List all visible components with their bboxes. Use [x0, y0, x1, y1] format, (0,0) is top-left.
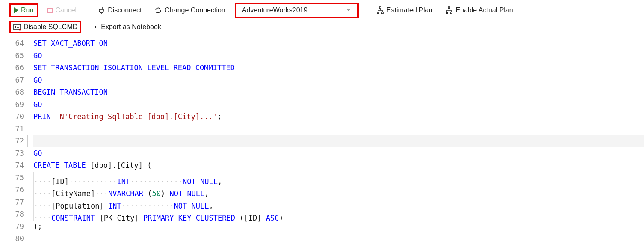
- stop-icon: [47, 8, 53, 13]
- chevron-down-icon: [346, 6, 352, 14]
- change-connection-button[interactable]: Change Connection: [151, 5, 228, 16]
- code-line[interactable]: GO: [33, 50, 644, 62]
- enable-actual-plan-label: Enable Actual Plan: [455, 6, 513, 14]
- svg-rect-3: [448, 7, 450, 9]
- code-line[interactable]: SET XACT_ABORT ON: [33, 37, 644, 50]
- svg-rect-4: [446, 12, 448, 14]
- code-line[interactable]: GO: [33, 147, 644, 160]
- toolbar: Run Cancel Disconnect Change Connection …: [0, 0, 644, 20]
- svg-rect-6: [14, 24, 21, 30]
- enable-actual-plan-button[interactable]: Enable Actual Plan: [442, 5, 516, 16]
- svg-rect-2: [381, 12, 383, 14]
- toolbar-row-2: Disable SQLCMD Export as Notebook: [0, 20, 644, 36]
- disable-sqlcmd-button[interactable]: Disable SQLCMD: [9, 21, 81, 33]
- svg-rect-0: [379, 7, 381, 9]
- refresh-icon: [154, 6, 162, 14]
- code-line[interactable]: [33, 233, 644, 245]
- line-number: 74: [0, 159, 24, 172]
- code-line[interactable]: GO: [33, 74, 644, 87]
- line-number-gutter: 6465666768697071727374757677787980: [0, 37, 33, 245]
- separator: [366, 5, 366, 16]
- line-number: 76: [0, 184, 24, 196]
- code-line[interactable]: );: [33, 221, 644, 233]
- line-number: 73: [0, 147, 24, 160]
- code-line[interactable]: [33, 123, 644, 135]
- line-number: 80: [0, 233, 24, 245]
- line-number: 68: [0, 86, 24, 99]
- line-number: 77: [0, 196, 24, 209]
- run-button[interactable]: Run: [9, 3, 38, 17]
- code-line[interactable]: CREATE TABLE [dbo].[City] (: [33, 159, 644, 172]
- disconnect-label: Disconnect: [108, 6, 142, 14]
- line-number: 78: [0, 208, 24, 221]
- line-number: 75: [0, 172, 24, 184]
- database-selector[interactable]: AdventureWorks2019: [235, 3, 359, 18]
- estimated-plan-button[interactable]: Estimated Plan: [373, 5, 436, 16]
- line-number: 64: [0, 37, 24, 50]
- code-line[interactable]: ····[CityName]···NVARCHAR (50) NOT NULL,: [33, 184, 644, 196]
- export-notebook-button[interactable]: Export as Notebook: [87, 21, 165, 33]
- sitemap-icon: [376, 6, 384, 14]
- database-name: AdventureWorks2019: [242, 6, 308, 14]
- line-number: 72: [0, 135, 24, 147]
- line-number: 70: [0, 111, 24, 123]
- cancel-label: Cancel: [55, 6, 77, 14]
- code-line[interactable]: SET TRANSACTION ISOLATION LEVEL READ COM…: [33, 62, 644, 74]
- code-line[interactable]: BEGIN TRANSACTION: [33, 86, 644, 99]
- line-number: 66: [0, 62, 24, 74]
- code-line[interactable]: PRINT N'Creating SqlTable [dbo].[City]..…: [33, 111, 644, 123]
- estimated-plan-label: Estimated Plan: [387, 6, 433, 14]
- separator: [87, 5, 87, 16]
- play-icon: [14, 7, 18, 13]
- export-notebook-label: Export as Notebook: [101, 23, 161, 31]
- code-line[interactable]: [33, 135, 644, 147]
- disconnect-button[interactable]: Disconnect: [94, 5, 145, 16]
- code-editor[interactable]: 6465666768697071727374757677787980 SET X…: [0, 36, 644, 245]
- line-number: 79: [0, 221, 24, 233]
- svg-rect-5: [450, 12, 452, 14]
- line-number: 71: [0, 123, 24, 135]
- code-area[interactable]: SET XACT_ABORT ONGOSET TRANSACTION ISOLA…: [33, 37, 644, 245]
- disable-sqlcmd-label: Disable SQLCMD: [24, 23, 77, 31]
- sitemap-filled-icon: [445, 6, 453, 14]
- unplug-icon: [97, 6, 105, 14]
- code-line[interactable]: ····[ID]···········INT············NOT NU…: [33, 172, 644, 184]
- svg-rect-1: [377, 12, 379, 14]
- cancel-button: Cancel: [44, 5, 80, 16]
- line-number: 67: [0, 74, 24, 87]
- export-icon: [91, 23, 98, 31]
- line-number: 65: [0, 50, 24, 62]
- sqlcmd-icon: [13, 23, 21, 31]
- run-label: Run: [21, 6, 33, 14]
- change-connection-label: Change Connection: [165, 6, 225, 14]
- line-number: 69: [0, 99, 24, 111]
- code-line[interactable]: ····CONSTRAINT [PK_City] PRIMARY KEY CLU…: [33, 208, 644, 221]
- code-line[interactable]: ····[Population] INT············NOT NULL…: [33, 196, 644, 209]
- code-line[interactable]: GO: [33, 99, 644, 111]
